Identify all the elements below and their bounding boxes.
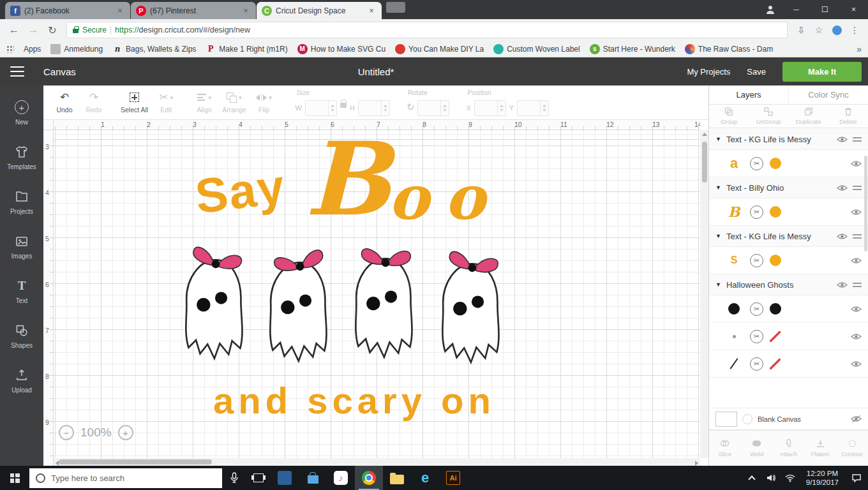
- spinner-arrows[interactable]: [497, 101, 505, 115]
- profile-avatar-icon[interactable]: [759, 6, 782, 14]
- visibility-eye-off-icon[interactable]: [851, 415, 862, 422]
- edge-icon[interactable]: e: [411, 466, 439, 490]
- sidebar-item-images[interactable]: Images: [0, 227, 43, 272]
- bookmark-make-1-right[interactable]: PMake 1 Right (m1R): [206, 44, 287, 54]
- blank-canvas-row[interactable]: Blank Canvas: [709, 408, 868, 430]
- collapse-icon[interactable]: ▼: [715, 281, 721, 288]
- spinner-arrows[interactable]: [440, 101, 449, 115]
- spinner-arrows[interactable]: [540, 101, 548, 115]
- weld-button[interactable]: Weld: [741, 431, 773, 466]
- layer-row[interactable]: ✂: [709, 350, 868, 378]
- new-tab-button[interactable]: [386, 2, 405, 13]
- reload-button[interactable]: ↻: [43, 21, 61, 39]
- position-y-input[interactable]: [517, 100, 549, 116]
- design-text-line2[interactable]: and scary on: [166, 379, 542, 422]
- collapse-icon[interactable]: ▼: [715, 136, 721, 142]
- tab-pinterest[interactable]: P (67) Pinterest ×: [131, 2, 256, 19]
- layer-row[interactable]: ✂: [709, 295, 868, 323]
- ghost-graphic[interactable]: [259, 248, 341, 383]
- align-dropdown[interactable]: ▾ Align: [190, 92, 219, 114]
- rotate-input[interactable]: [417, 100, 449, 116]
- layer-group-header[interactable]: ▼ Text - Billy Ohio: [709, 177, 868, 198]
- arrange-dropdown[interactable]: ▾ Arrange: [219, 92, 249, 114]
- notification-center-icon[interactable]: [845, 466, 868, 490]
- collapse-icon[interactable]: ▼: [715, 184, 721, 191]
- sidebar-item-templates[interactable]: Templates: [0, 138, 43, 182]
- visibility-eye-icon[interactable]: [851, 257, 862, 264]
- layer-group-header[interactable]: ▼ Text - KG Life is Messy: [709, 226, 868, 247]
- bookmark-custom-woven-label[interactable]: Custom Woven Label: [493, 44, 580, 54]
- store-icon[interactable]: [299, 466, 327, 490]
- spinner-arrows[interactable]: [381, 101, 389, 115]
- visibility-eye-icon[interactable]: [851, 333, 862, 340]
- tab-close-icon[interactable]: ×: [115, 6, 125, 15]
- duplicate-button[interactable]: Duplicate: [789, 105, 828, 128]
- minimize-button[interactable]: ─: [782, 0, 811, 19]
- start-button[interactable]: [0, 466, 29, 490]
- layer-group-header[interactable]: ▼ Text - KG Life is Messy: [709, 129, 868, 150]
- page-action-icon[interactable]: ⇩: [793, 22, 809, 38]
- ghost-graphic[interactable]: [431, 249, 513, 385]
- slice-button[interactable]: Slice: [709, 431, 741, 466]
- address-bar[interactable]: Secure https://design.cricut.com/#/desig…: [66, 22, 788, 38]
- extension-icon[interactable]: [828, 22, 845, 38]
- bookmark-anmeldung[interactable]: Anmeldung: [50, 44, 103, 54]
- bookmarks-overflow-icon[interactable]: »: [857, 44, 862, 54]
- drag-handle-icon[interactable]: [853, 283, 862, 287]
- width-input[interactable]: [305, 100, 337, 116]
- delete-button[interactable]: Delete: [828, 105, 868, 128]
- tray-chevron-icon[interactable]: [742, 466, 761, 490]
- maximize-button[interactable]: ☐: [811, 0, 839, 19]
- tab-color-sync[interactable]: Color Sync: [788, 85, 868, 104]
- taskbar-app-icon[interactable]: [271, 466, 299, 490]
- flatten-button[interactable]: Flatten: [804, 431, 836, 466]
- sidebar-item-projects[interactable]: Projects: [0, 182, 43, 227]
- visibility-eye-icon[interactable]: [837, 233, 848, 240]
- color-swatch[interactable]: [770, 158, 781, 169]
- make-it-button[interactable]: Make It: [782, 62, 862, 82]
- tab-close-icon[interactable]: ×: [241, 6, 251, 15]
- sidebar-item-text[interactable]: T Text: [0, 272, 43, 316]
- visibility-eye-icon[interactable]: [837, 281, 848, 288]
- ungroup-button[interactable]: UnGroup: [749, 105, 788, 128]
- select-all-button[interactable]: Select All: [117, 92, 151, 114]
- zoom-out-button[interactable]: −: [59, 425, 74, 440]
- chrome-icon[interactable]: [355, 466, 383, 490]
- volume-icon[interactable]: [761, 466, 781, 490]
- layer-group-header[interactable]: ▼ Halloween Ghosts: [709, 274, 868, 295]
- tab-cricut-design-space[interactable]: C Cricut Design Space ×: [257, 2, 382, 19]
- group-button[interactable]: Group: [709, 105, 749, 128]
- draw-pen-icon[interactable]: [770, 331, 781, 342]
- bookmark-bags-wallets-zips[interactable]: nBags, Wallets & Zips: [112, 44, 196, 54]
- visibility-eye-icon[interactable]: [851, 306, 862, 313]
- vertical-scrollbar[interactable]: [700, 130, 708, 458]
- design-text-boo-b[interactable]: B: [305, 129, 391, 230]
- my-projects-link[interactable]: My Projects: [687, 67, 730, 77]
- design-text-boo-oo[interactable]: oo: [388, 167, 500, 228]
- canvas-area[interactable]: 1 2 3 4 5 6 7 8 9 10 11 12 13 14 3 4 5 6…: [43, 120, 708, 466]
- chrome-menu-icon[interactable]: ⋮: [846, 22, 863, 38]
- file-explorer-icon[interactable]: [383, 466, 411, 490]
- undo-button[interactable]: ↶ Undo: [50, 92, 79, 114]
- height-input[interactable]: [358, 100, 390, 116]
- panel-scrollbar[interactable]: [864, 156, 867, 251]
- layer-row[interactable]: B ✂: [709, 198, 868, 226]
- layer-row[interactable]: a ✂: [709, 150, 868, 177]
- tab-layers[interactable]: Layers: [709, 85, 788, 104]
- menu-icon[interactable]: [10, 66, 24, 77]
- back-button[interactable]: ←: [5, 21, 23, 39]
- lock-aspect-icon[interactable]: [340, 103, 347, 108]
- bookmark-star-icon[interactable]: ☆: [811, 22, 827, 38]
- sidebar-item-shapes[interactable]: Shapes: [0, 316, 43, 361]
- drag-handle-icon[interactable]: [853, 137, 862, 142]
- visibility-eye-icon[interactable]: [837, 184, 848, 191]
- contour-button[interactable]: Contour: [836, 431, 868, 466]
- visibility-eye-icon[interactable]: [851, 360, 862, 368]
- drag-handle-icon[interactable]: [853, 234, 862, 239]
- close-button[interactable]: ×: [839, 0, 868, 19]
- canvas-grid[interactable]: Say B oo and sca: [54, 130, 700, 458]
- tab-facebook[interactable]: f (2) Facebook ×: [5, 2, 130, 19]
- flip-dropdown[interactable]: ▾ Flip: [250, 92, 279, 114]
- forward-button[interactable]: →: [24, 21, 42, 39]
- mic-icon[interactable]: [222, 466, 246, 490]
